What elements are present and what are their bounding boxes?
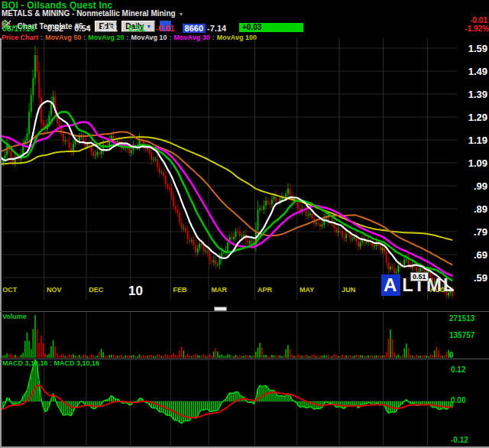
month-axis-label: APR xyxy=(257,286,272,294)
price-axis-label: .89 xyxy=(454,203,487,215)
month-axis-label: FEB xyxy=(173,286,187,294)
price-axis-label: .59 xyxy=(454,272,487,284)
price-axis-label: 1.49 xyxy=(454,66,487,77)
month-axis-label: MAR xyxy=(211,286,227,294)
price-axis-label: 1.39 xyxy=(454,89,487,100)
macd-pane-title: MACD 3,10,16 : MACD 3,10,16 xyxy=(2,359,99,367)
macd-label-2: MACD 3,10,16 xyxy=(54,359,100,367)
watermark-letter-a: A xyxy=(381,274,400,296)
pane-divider xyxy=(0,311,489,312)
chart-application-window: BQI - Oilsands Quest Inc METALS & MINING… xyxy=(0,0,489,448)
volume-pane-title: Volume xyxy=(2,313,27,320)
month-axis-label: MAY xyxy=(300,286,314,294)
month-axis-label: JUN xyxy=(342,286,355,294)
last-price-badge: 0.51 xyxy=(410,272,429,281)
price-chart-canvas[interactable] xyxy=(0,0,489,448)
price-axis-label: .99 xyxy=(454,180,487,192)
price-axis-label: 1.29 xyxy=(454,112,487,123)
year-axis-label: 10 xyxy=(128,284,143,299)
price-axis-label: 1.59 xyxy=(454,43,487,54)
month-axis-label: NOV xyxy=(47,286,62,294)
macd-axis-label: 0.00 xyxy=(451,396,465,404)
volume-axis-label: 0 xyxy=(449,351,454,359)
volume-axis-label: 135757 xyxy=(449,331,474,339)
macd-axis-label: -0.12 xyxy=(451,436,468,444)
month-axis-label: OCT xyxy=(2,286,17,294)
price-axis-label: 1.09 xyxy=(454,157,487,169)
price-axis-label: .79 xyxy=(454,226,487,238)
macd-label-1: MACD 3,10,16 xyxy=(2,359,48,367)
window-left-edge xyxy=(0,38,2,446)
price-axis-label: 1.19 xyxy=(454,135,487,146)
month-axis-label: DEC xyxy=(89,286,103,294)
volume-axis-label: 271513 xyxy=(449,314,474,323)
price-axis-label: .69 xyxy=(454,249,487,261)
macd-axis-label: 0.12 xyxy=(451,365,465,374)
pane-splitter-handle[interactable] xyxy=(214,307,227,311)
